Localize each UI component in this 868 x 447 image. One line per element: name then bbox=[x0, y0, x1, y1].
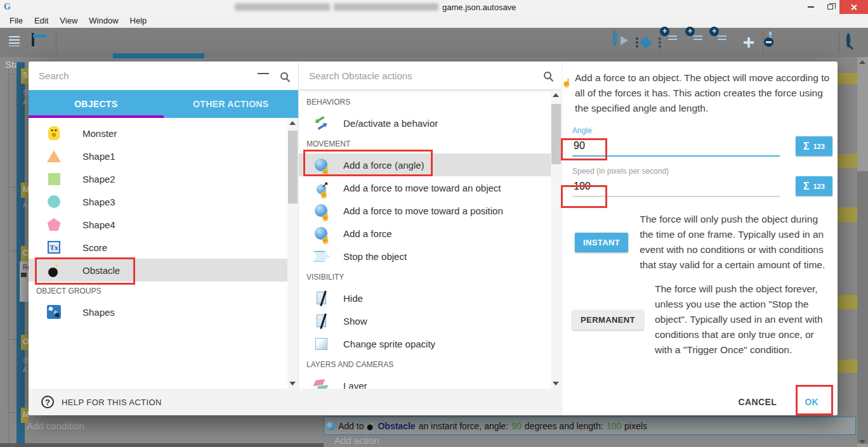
circle-icon bbox=[48, 195, 60, 208]
window-title-text: game.json.autosave bbox=[442, 3, 516, 12]
object-item-monster[interactable]: Monster bbox=[29, 122, 287, 145]
object-groups-header: OBJECT GROUPS bbox=[29, 282, 287, 301]
object-item-shape2[interactable]: Shape2 bbox=[29, 167, 287, 190]
window-title: game.json.autosave bbox=[235, 0, 516, 14]
close-icon bbox=[850, 4, 857, 11]
scrollbar-thumb[interactable] bbox=[551, 104, 561, 164]
force-toward-object-icon: ↗☝ bbox=[317, 185, 326, 194]
action-description: ☝ Add a force to an object. The object w… bbox=[562, 62, 838, 116]
speed-field-group: Speed (in pixels per second) Σ 123 bbox=[562, 167, 838, 197]
angle-input[interactable] bbox=[572, 135, 780, 155]
action-item-stop-object[interactable]: Stop the object bbox=[299, 245, 551, 268]
menu-help[interactable]: Help bbox=[124, 16, 153, 25]
action-config-panel: ☝ Add a force to an object. The object w… bbox=[562, 62, 838, 415]
object-item-obstacle[interactable]: Obstacle bbox=[29, 259, 287, 282]
toolbar-separator bbox=[763, 32, 763, 53]
search-icon[interactable] bbox=[544, 72, 551, 79]
dialog-actions: CANCEL OK bbox=[738, 397, 819, 407]
event-angle-value: 90 bbox=[511, 421, 522, 431]
blurred-title-segment bbox=[334, 3, 438, 11]
action-search-input[interactable] bbox=[309, 70, 532, 81]
force-icon: ☝ bbox=[315, 159, 327, 171]
instant-button[interactable]: INSTANT bbox=[575, 233, 628, 252]
force-icon: ☝ bbox=[315, 204, 327, 217]
angle-expression-button[interactable]: Σ 123 bbox=[796, 136, 832, 156]
sigma-icon: Σ bbox=[803, 181, 810, 192]
action-item-change-opacity[interactable]: Change sprite opacity bbox=[299, 332, 551, 355]
speed-expression-button[interactable]: Σ 123 bbox=[796, 176, 832, 196]
scroll-down-icon[interactable] bbox=[289, 382, 296, 385]
menu-view[interactable]: View bbox=[54, 16, 83, 25]
event-tree-line bbox=[8, 68, 9, 444]
action-editor-dialog: OBJECTS OTHER ACTIONS Monster Shape1 Sha… bbox=[29, 62, 838, 415]
action-item-force-toward-object[interactable]: ↗☝ Add a force to move toward an object bbox=[299, 176, 551, 199]
action-item-force-toward-position[interactable]: ☝ Add a force to move toward a position bbox=[299, 199, 551, 222]
scroll-down-icon bbox=[859, 440, 865, 444]
delete-event-icon bbox=[769, 32, 772, 45]
maximize-button[interactable] bbox=[820, 0, 839, 14]
object-search-input[interactable] bbox=[39, 70, 246, 81]
section-movement: MOVEMENT bbox=[299, 134, 551, 153]
events-scrollbar-thumb bbox=[857, 171, 868, 444]
section-layers-cameras: LAYERS AND CAMERAS bbox=[299, 355, 551, 374]
menu-bar: File Edit View Window Help bbox=[0, 14, 868, 28]
group-item-shapes[interactable]: Shapes bbox=[29, 301, 287, 323]
help-link[interactable]: HELP FOR THIS ACTION bbox=[62, 398, 162, 407]
speed-label: Speed (in pixels per second) bbox=[572, 167, 832, 176]
object-list-scrollbar[interactable] bbox=[287, 118, 298, 389]
bottom-band bbox=[0, 443, 324, 447]
tab-other-actions-label: OTHER ACTIONS bbox=[193, 99, 268, 109]
add-action-label: Add action bbox=[334, 435, 379, 446]
object-selector-panel: OBJECTS OTHER ACTIONS Monster Shape1 Sha… bbox=[29, 62, 298, 389]
permanent-mode-row: PERMANENT The force will push the object… bbox=[562, 282, 838, 358]
permanent-button[interactable]: PERMANENT bbox=[572, 310, 643, 330]
scroll-down-icon[interactable] bbox=[553, 382, 559, 385]
scene-editor-icon bbox=[32, 33, 34, 46]
menu-edit[interactable]: Edit bbox=[29, 16, 54, 25]
angle-label: Angle bbox=[572, 126, 832, 135]
action-item-hide[interactable]: Hide bbox=[299, 287, 551, 309]
object-group-icon bbox=[47, 305, 61, 319]
menu-window[interactable]: Window bbox=[83, 16, 124, 25]
blurred-title-segment bbox=[235, 3, 330, 11]
event-text: an instant force, angle: bbox=[419, 421, 509, 431]
permanent-description: The force will push the object forever, … bbox=[655, 282, 832, 358]
scrollbar-thumb[interactable] bbox=[288, 131, 298, 204]
force-icon: ☝ bbox=[315, 227, 327, 240]
action-item-layer[interactable]: Layer bbox=[299, 374, 551, 389]
ok-button[interactable]: OK bbox=[805, 397, 819, 407]
tab-objects[interactable]: OBJECTS bbox=[29, 90, 164, 118]
menu-file[interactable]: File bbox=[4, 16, 29, 25]
action-item-deactivate-behavior[interactable]: De/activate a behavior bbox=[299, 112, 551, 134]
scroll-up-icon[interactable] bbox=[553, 93, 559, 97]
object-item-shape1[interactable]: Shape1 bbox=[29, 145, 287, 167]
action-item-show[interactable]: Show bbox=[299, 309, 551, 332]
event-object-name: Obstacle bbox=[378, 421, 415, 431]
show-icon bbox=[317, 314, 326, 327]
object-item-score[interactable]: Tx Score bbox=[29, 236, 287, 259]
search-icon[interactable] bbox=[280, 72, 288, 80]
event-text: pixels bbox=[624, 421, 647, 431]
object-search-row bbox=[29, 62, 298, 90]
tab-other-actions[interactable]: OTHER ACTIONS bbox=[164, 90, 299, 118]
minimize-button[interactable] bbox=[801, 0, 820, 14]
text-object-icon: Tx bbox=[48, 241, 60, 254]
stop-icon bbox=[313, 251, 329, 262]
scroll-up-icon bbox=[859, 60, 865, 64]
instant-description: The force will only push the object duri… bbox=[640, 212, 832, 273]
action-item-add-force[interactable]: ☝ Add a force bbox=[299, 222, 551, 245]
object-list: Monster Shape1 Shape2 Shape3 Shape4 Tx S… bbox=[29, 118, 287, 389]
minimize-icon bbox=[808, 6, 814, 8]
dialog-help-footer: ? HELP FOR THIS ACTION bbox=[29, 389, 562, 415]
scroll-up-icon[interactable] bbox=[289, 121, 296, 125]
action-item-add-force-angle[interactable]: ☝ Add a force (angle) bbox=[299, 153, 551, 176]
object-item-shape3[interactable]: Shape3 bbox=[29, 190, 287, 213]
filter-icon[interactable] bbox=[258, 73, 269, 74]
close-button[interactable] bbox=[839, 0, 868, 14]
cancel-button[interactable]: CANCEL bbox=[738, 397, 777, 407]
speed-input[interactable] bbox=[572, 176, 780, 196]
play-icon bbox=[613, 31, 617, 46]
action-list-scrollbar[interactable] bbox=[551, 90, 562, 389]
object-item-shape4[interactable]: Shape4 bbox=[29, 213, 287, 236]
event-length-value: 100 bbox=[607, 421, 621, 431]
